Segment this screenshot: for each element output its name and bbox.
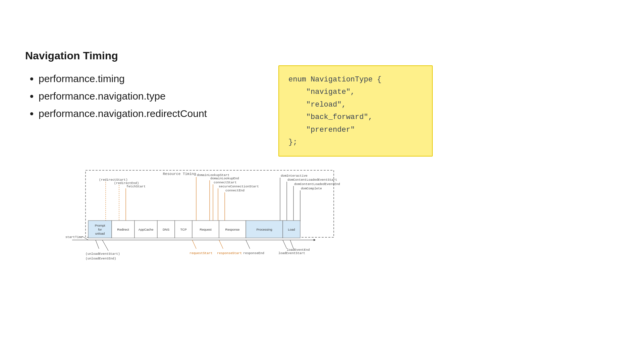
label-domcontentloadedeventstart: domContentLoadedEventStart (287, 178, 337, 182)
page-content: Navigation Timing performance.timing per… (0, 0, 644, 362)
box-processing: Processing (257, 228, 272, 231)
label-dominteractive: domInteractive (281, 174, 308, 178)
label-fetchstart: fetchStart (126, 185, 146, 188)
svg-marker-23 (314, 239, 316, 241)
bullet-item-1: performance.timing (39, 73, 207, 84)
label-connectend: connectEnd (225, 189, 245, 192)
label-responseStart: responseStart (217, 251, 242, 255)
label-unloadEventStart: (unloadEventStart) (86, 252, 120, 256)
box-unload: unload (95, 232, 105, 235)
code-line-2: "navigate", (288, 86, 423, 98)
code-line-5: "prerender" (288, 124, 423, 136)
label-domcontentloadedeventend: domContentLoadedEventEnd (294, 182, 340, 186)
box-tcp: TCP (180, 228, 187, 231)
code-line-4: "back_forward", (288, 111, 423, 123)
timing-diagram: Resource Timing domainLookupStart domain… (52, 168, 347, 278)
label-responseEnd: responseEnd (243, 251, 264, 255)
resource-timing-label: Resource Timing (163, 172, 196, 176)
box-appcache: AppCache (139, 228, 153, 231)
svg-line-25 (96, 240, 99, 249)
label-secureconnectionstart: secureConnectionStart (219, 185, 259, 188)
label-domainlookupend: domainLookupEnd (210, 177, 239, 180)
box-dns: DNS (163, 228, 169, 231)
svg-line-26 (102, 240, 108, 251)
box-redirect: Redirect (117, 228, 129, 231)
box-load: Load (288, 228, 295, 231)
label-requestStart: requestStart (190, 251, 212, 255)
code-line-3: "reload", (288, 99, 423, 111)
bullet-item-3: performance.navigation.redirectCount (39, 108, 207, 119)
box-prompt: Prompt (95, 224, 105, 227)
box-response: Response (225, 228, 240, 231)
bullet-item-2: performance.navigation.type (39, 90, 207, 102)
label-connectstart: connectStart (214, 181, 236, 184)
bullet-list: performance.timing performance.navigatio… (25, 73, 207, 125)
svg-line-31 (290, 240, 293, 249)
label-loadEventEnd: loadEventEnd (287, 248, 310, 252)
box-request: Request (200, 228, 212, 231)
code-block: enum NavigationType { "navigate", "reloa… (278, 65, 433, 157)
svg-line-30 (283, 240, 287, 249)
code-line-6: }; (288, 136, 423, 148)
label-loadEventStart: loadEventStart (278, 251, 305, 255)
timing-diagram-svg: Resource Timing domainLookupStart domain… (52, 168, 347, 278)
svg-line-24 (82, 236, 88, 240)
label-unloadEventEnd: (unloadEventEnd) (86, 257, 116, 260)
svg-line-28 (219, 240, 223, 249)
svg-line-29 (246, 240, 250, 249)
svg-line-27 (192, 240, 196, 249)
label-starttime: startTime (65, 235, 83, 239)
page-title: Navigation Timing (25, 50, 118, 62)
box-for: for (98, 228, 102, 231)
code-line-1: enum NavigationType { (288, 73, 423, 86)
label-domcomplete: domComplete (301, 187, 322, 190)
